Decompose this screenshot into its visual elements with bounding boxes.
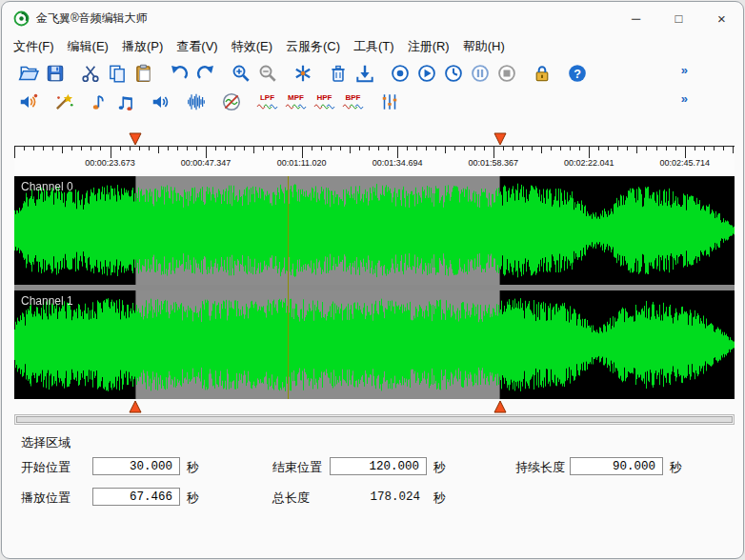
ruler-time-label: 00:01:58.367 xyxy=(458,158,529,168)
selection-panel-title: 选择区域 xyxy=(21,434,70,451)
svg-text:?: ? xyxy=(574,68,581,81)
copy-button[interactable] xyxy=(104,61,130,87)
ruler-time-label: 00:02:45.714 xyxy=(650,158,720,168)
paste-icon xyxy=(133,63,154,84)
open-file-icon xyxy=(18,63,39,84)
import-icon xyxy=(354,63,375,84)
waveform-display[interactable]: Channel 0 Channel 1 xyxy=(14,176,735,399)
mixer-button[interactable] xyxy=(290,61,315,87)
menu-item-help[interactable]: 帮助(H) xyxy=(456,35,512,58)
play-timer-button[interactable] xyxy=(440,61,466,87)
open-file-button[interactable] xyxy=(15,61,41,87)
zoom-in-button[interactable] xyxy=(228,61,253,87)
high-pass-filter-label: HPF xyxy=(317,93,332,102)
delete-button[interactable] xyxy=(325,61,351,87)
lock-icon xyxy=(532,63,553,84)
mid-pass-filter-button[interactable]: MPF xyxy=(282,90,310,115)
save-file-icon xyxy=(45,63,66,84)
menu-item-register[interactable]: 注册(R) xyxy=(401,35,456,58)
music-note-button[interactable] xyxy=(86,90,111,115)
band-pass-filter-label: BPF xyxy=(346,93,361,102)
save-file-button[interactable] xyxy=(42,61,68,87)
app-window: 金飞翼®音频编辑大师 ─ □ × 文件(F)编辑(E)播放(P)查看(V)特效(… xyxy=(1,1,744,559)
lock-button[interactable] xyxy=(529,61,554,87)
selection-markers-top xyxy=(14,131,735,146)
zoom-out-button[interactable] xyxy=(254,61,280,87)
stop-icon xyxy=(496,63,517,84)
effects-wand-icon xyxy=(53,91,74,112)
record-icon xyxy=(390,63,411,84)
mid-pass-filter-icon xyxy=(285,102,308,110)
menubar: 文件(F)编辑(E)播放(P)查看(V)特效(E)云服务(C)工具(T)注册(R… xyxy=(2,34,743,59)
import-button[interactable] xyxy=(352,61,377,87)
menu-item-edit[interactable]: 编辑(E) xyxy=(61,35,115,58)
end-position-unit: 秒 xyxy=(433,457,446,477)
selection-panel: 选择区域 开始位置 秒 结束位置 秒 持续长度 秒 播放位置 秒 总长度 178… xyxy=(2,429,743,559)
equalizer-icon xyxy=(379,91,400,112)
selection-markers-bottom xyxy=(14,399,735,412)
start-position-label: 开始位置 xyxy=(21,457,70,477)
play-icon xyxy=(416,63,437,84)
play-button[interactable] xyxy=(413,61,439,87)
menu-item-effects[interactable]: 特效(E) xyxy=(225,35,279,58)
voice-button[interactable] xyxy=(15,90,41,115)
playhead-line xyxy=(288,176,289,399)
ruler-ticks xyxy=(14,146,735,158)
low-pass-filter-button[interactable]: LPF xyxy=(253,90,281,115)
music-notes-button[interactable] xyxy=(112,90,138,115)
maximize-button[interactable]: □ xyxy=(657,2,700,34)
waveform-icon xyxy=(186,91,207,112)
mute-wave-button[interactable] xyxy=(218,90,244,115)
band-pass-filter-button[interactable]: BPF xyxy=(339,90,367,115)
stop-button[interactable] xyxy=(493,61,519,87)
low-pass-filter-label: LPF xyxy=(260,93,274,102)
duration-input[interactable] xyxy=(570,457,663,475)
cut-button[interactable] xyxy=(77,61,103,87)
timeline-area: 00:00:23.67300:00:47.34700:01:11.02000:0… xyxy=(14,131,735,425)
pause-icon xyxy=(470,63,491,84)
paste-button[interactable] xyxy=(131,61,156,87)
play-timer-icon xyxy=(443,63,464,84)
minimize-button[interactable]: ─ xyxy=(614,2,657,34)
app-logo-icon xyxy=(13,10,30,27)
undo-button[interactable] xyxy=(166,61,191,87)
toolbar-overflow-icon[interactable]: » xyxy=(681,64,688,76)
toolbar-main: ?» xyxy=(2,59,743,88)
end-position-input[interactable] xyxy=(330,457,427,475)
timeline-ruler[interactable]: 00:00:23.67300:00:47.34700:01:11.02000:0… xyxy=(14,146,735,173)
help-button[interactable]: ? xyxy=(564,61,590,87)
channel-0-label: Channel 0 xyxy=(21,180,73,193)
menu-item-play[interactable]: 播放(P) xyxy=(115,35,170,58)
scrollbar-thumb[interactable] xyxy=(16,416,733,423)
pause-button[interactable] xyxy=(467,61,493,87)
menu-item-tools[interactable]: 工具(T) xyxy=(347,35,401,58)
speaker-button[interactable] xyxy=(148,90,173,115)
waveform-canvas[interactable] xyxy=(14,176,735,399)
ruler-time-label: 00:01:11.020 xyxy=(267,158,337,168)
effects-wand-button[interactable] xyxy=(50,90,76,115)
toolbar-overflow-icon[interactable]: » xyxy=(681,92,688,105)
close-button[interactable]: × xyxy=(700,2,743,34)
speaker-icon xyxy=(151,91,171,112)
start-position-input[interactable] xyxy=(92,457,180,475)
total-length-unit: 秒 xyxy=(433,488,446,508)
menu-item-file[interactable]: 文件(F) xyxy=(7,35,61,58)
channel-1-label: Channel 1 xyxy=(21,294,73,308)
play-position-input[interactable] xyxy=(92,488,180,506)
zoom-in-icon xyxy=(231,63,252,84)
cut-icon xyxy=(80,63,101,84)
low-pass-filter-icon xyxy=(256,102,279,110)
start-position-unit: 秒 xyxy=(187,457,199,477)
equalizer-button[interactable] xyxy=(376,90,402,115)
ruler-time-label: 00:00:23.673 xyxy=(75,158,146,168)
redo-icon xyxy=(195,63,216,84)
titlebar: 金飞翼®音频编辑大师 ─ □ × xyxy=(2,2,743,34)
waveform-button[interactable] xyxy=(183,90,209,115)
play-position-unit: 秒 xyxy=(187,488,199,508)
menu-item-cloud-service[interactable]: 云服务(C) xyxy=(279,35,347,58)
record-button[interactable] xyxy=(387,61,413,87)
menu-item-view[interactable]: 查看(V) xyxy=(170,35,224,58)
horizontal-scrollbar[interactable] xyxy=(14,414,735,425)
high-pass-filter-button[interactable]: HPF xyxy=(311,90,338,115)
redo-button[interactable] xyxy=(192,61,218,87)
